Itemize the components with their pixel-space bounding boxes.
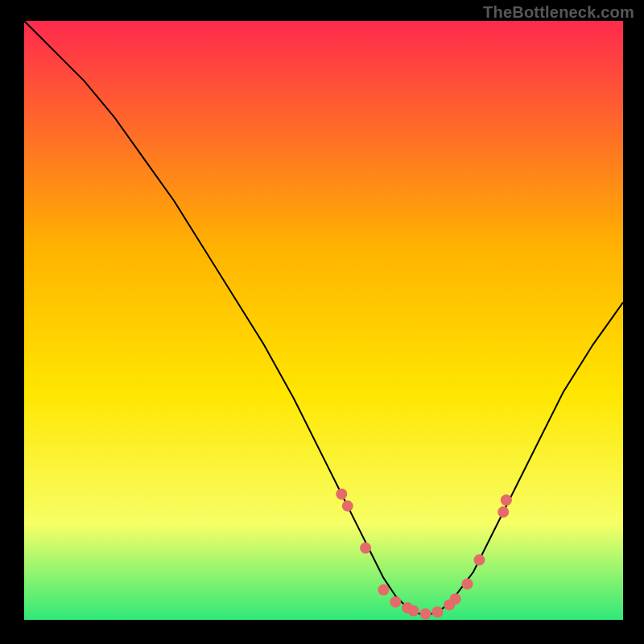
threshold-marker — [378, 584, 389, 596]
threshold-marker — [342, 501, 353, 512]
watermark-text: TheBottleneck.com — [483, 3, 634, 22]
threshold-marker — [450, 593, 461, 605]
threshold-marker — [420, 609, 431, 620]
plot-area — [24, 21, 623, 620]
threshold-marker — [390, 597, 401, 608]
threshold-marker — [462, 578, 473, 589]
threshold-marker — [360, 543, 371, 554]
chart-stage: TheBottleneck.com — [0, 0, 644, 644]
threshold-marker — [431, 606, 443, 617]
threshold-marker — [473, 555, 485, 566]
threshold-marker — [336, 489, 347, 500]
threshold-marker — [501, 494, 512, 506]
threshold-marker — [408, 605, 419, 617]
threshold-marker — [497, 506, 509, 518]
bottleneck-chart — [0, 0, 644, 644]
